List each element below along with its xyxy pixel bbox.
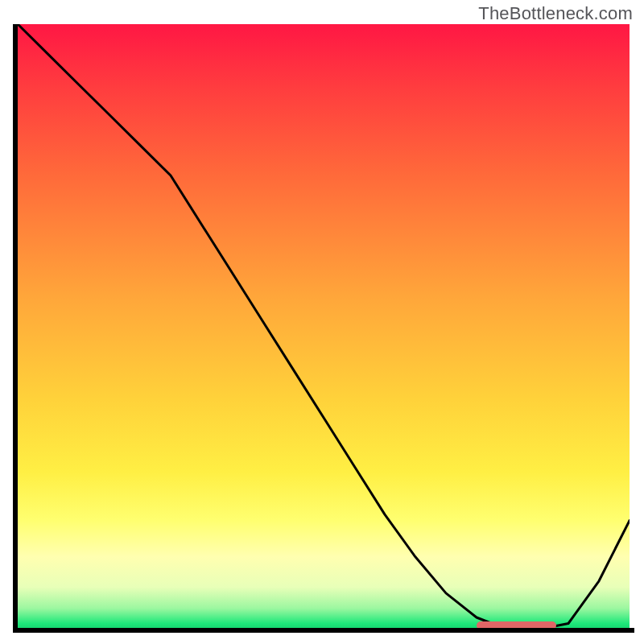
- bottleneck-curve: [18, 24, 630, 630]
- y-axis: [13, 24, 18, 633]
- attribution-label: TheBottleneck.com: [478, 3, 633, 24]
- x-axis: [13, 628, 634, 633]
